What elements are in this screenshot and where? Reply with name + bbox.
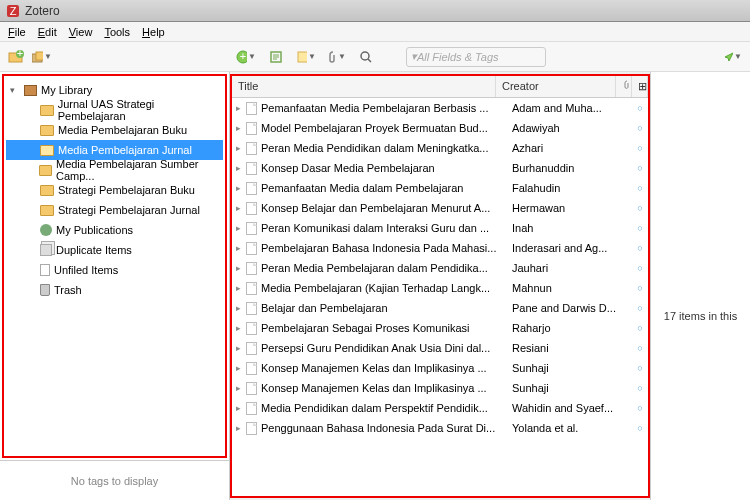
- menu-view[interactable]: View: [65, 24, 97, 40]
- add-attachment-button[interactable]: ▼: [326, 47, 346, 67]
- item-row[interactable]: ▸Pembelajaran Sebagai Proses KomunikasiR…: [232, 318, 648, 338]
- folder-icon: [39, 165, 52, 176]
- advanced-search-button[interactable]: [356, 47, 376, 67]
- menu-file[interactable]: File: [4, 24, 30, 40]
- item-row[interactable]: ▸Media Pendidikan dalam Perspektif Pendi…: [232, 398, 648, 418]
- item-title: Penggunaan Bahasa Indonesia Pada Surat D…: [261, 422, 512, 434]
- item-row[interactable]: ▸Media Pembelajaran (Kajian Terhadap Lan…: [232, 278, 648, 298]
- item-title: Media Pendidikan dalam Perspektif Pendid…: [261, 402, 512, 414]
- expand-icon[interactable]: ▸: [236, 343, 246, 353]
- expand-icon[interactable]: ▸: [236, 223, 246, 233]
- folder-icon: [40, 125, 54, 136]
- menu-edit[interactable]: Edit: [34, 24, 61, 40]
- library-icon: [24, 85, 37, 96]
- expand-icon[interactable]: ▸: [236, 143, 246, 153]
- document-icon: [246, 282, 257, 295]
- item-creator: Raharjo: [512, 322, 632, 334]
- new-group-button[interactable]: ▼: [32, 47, 52, 67]
- column-attachment[interactable]: [616, 76, 632, 97]
- attachment-indicator: ○: [632, 263, 648, 273]
- item-row[interactable]: ▸Konsep Dasar Media PembelajaranBurhanud…: [232, 158, 648, 178]
- search-placeholder: All Fields & Tags: [417, 51, 499, 63]
- attachment-indicator: ○: [632, 143, 648, 153]
- item-row[interactable]: ▸Penggunaan Bahasa Indonesia Pada Surat …: [232, 418, 648, 438]
- attachment-indicator: ○: [632, 423, 648, 433]
- expand-icon[interactable]: ▾: [10, 85, 20, 95]
- collection-folder[interactable]: Media Pembelajaran Buku: [6, 120, 223, 140]
- locate-button[interactable]: ▼: [722, 47, 742, 67]
- item-row[interactable]: ▸Peran Media Pendidikan dalam Meningkatk…: [232, 138, 648, 158]
- expand-icon[interactable]: ▸: [236, 183, 246, 193]
- item-row[interactable]: ▸Peran Media Pembelajaran dalam Pendidik…: [232, 258, 648, 278]
- item-row[interactable]: ▸Konsep Manajemen Kelas dan Implikasinya…: [232, 378, 648, 398]
- window-title: Zotero: [25, 4, 60, 18]
- document-icon: [246, 222, 257, 235]
- expand-icon[interactable]: ▸: [236, 263, 246, 273]
- folder-icon: [40, 145, 54, 156]
- expand-icon[interactable]: ▸: [236, 403, 246, 413]
- attachment-indicator: ○: [632, 103, 648, 113]
- attachment-indicator: ○: [632, 323, 648, 333]
- item-title: Pembelajaran Sebagai Proses Komunikasi: [261, 322, 512, 334]
- collection-folder[interactable]: Media Pembelajaran Sumber Camp...: [6, 160, 223, 180]
- item-title: Konsep Belajar dan Pembelajaran Menurut …: [261, 202, 512, 214]
- expand-icon[interactable]: ▸: [236, 243, 246, 253]
- folder-label: Strategi Pembelajaran Buku: [58, 184, 195, 196]
- item-creator: Mahnun: [512, 282, 632, 294]
- chevron-down-icon: ▼: [734, 52, 742, 61]
- expand-icon[interactable]: ▸: [236, 303, 246, 313]
- item-row[interactable]: ▸Pembelajaran Bahasa Indonesia Pada Maha…: [232, 238, 648, 258]
- item-count: 17 items in this: [664, 310, 737, 322]
- document-icon: [246, 362, 257, 375]
- item-row[interactable]: ▸Pemanfaatan Media dalam PembelajaranFal…: [232, 178, 648, 198]
- duplicate-items[interactable]: Duplicate Items: [6, 240, 223, 260]
- item-creator: Inah: [512, 222, 632, 234]
- new-item-button[interactable]: +▼: [236, 47, 256, 67]
- column-title[interactable]: Title: [232, 76, 496, 97]
- menu-tools[interactable]: Tools: [100, 24, 134, 40]
- expand-icon[interactable]: ▸: [236, 163, 246, 173]
- add-by-identifier-button[interactable]: [266, 47, 286, 67]
- item-row[interactable]: ▸Konsep Manajemen Kelas dan Implikasinya…: [232, 358, 648, 378]
- collection-folder[interactable]: Strategi Pembelajaran Jurnal: [6, 200, 223, 220]
- item-title: Peran Media Pembelajaran dalam Pendidika…: [261, 262, 512, 274]
- column-creator[interactable]: Creator: [496, 76, 616, 97]
- item-row[interactable]: ▸Persepsi Guru Pendidikan Anak Usia Dini…: [232, 338, 648, 358]
- item-row[interactable]: ▸Model Pembelajaran Proyek Bermuatan Bud…: [232, 118, 648, 138]
- expand-icon[interactable]: ▸: [236, 103, 246, 113]
- document-icon: [246, 122, 257, 135]
- search-input[interactable]: ▾ All Fields & Tags: [406, 47, 546, 67]
- item-row[interactable]: ▸Peran Komunikasi dalam Interaksi Guru d…: [232, 218, 648, 238]
- new-note-button[interactable]: ▼: [296, 47, 316, 67]
- item-row[interactable]: ▸Konsep Belajar dan Pembelajaran Menurut…: [232, 198, 648, 218]
- collection-folder[interactable]: Media Pembelajaran Jurnal: [6, 140, 223, 160]
- item-row[interactable]: ▸Belajar dan PembelajaranPane and Darwis…: [232, 298, 648, 318]
- item-row[interactable]: ▸Pemanfaatan Media Pembelajaran Berbasis…: [232, 98, 648, 118]
- unfiled-items[interactable]: Unfiled Items: [6, 260, 223, 280]
- sidebar: ▾ My Library Jurnal UAS Strategi Pembela…: [0, 72, 230, 500]
- tag-selector: No tags to display: [0, 460, 229, 500]
- my-publications[interactable]: My Publications: [6, 220, 223, 240]
- expand-icon[interactable]: ▸: [236, 323, 246, 333]
- document-icon: [246, 402, 257, 415]
- item-title: Model Pembelajaran Proyek Bermuatan Bud.…: [261, 122, 512, 134]
- chevron-down-icon: ▼: [308, 52, 316, 61]
- expand-icon[interactable]: ▸: [236, 203, 246, 213]
- expand-icon[interactable]: ▸: [236, 283, 246, 293]
- expand-icon[interactable]: ▸: [236, 363, 246, 373]
- collection-folder[interactable]: Jurnal UAS Strategi Pembelajaran: [6, 100, 223, 120]
- menu-help[interactable]: Help: [138, 24, 169, 40]
- library-root[interactable]: ▾ My Library: [6, 80, 223, 100]
- expand-icon[interactable]: ▸: [236, 383, 246, 393]
- attachment-indicator: ○: [632, 203, 648, 213]
- expand-icon[interactable]: ▸: [236, 423, 246, 433]
- chevron-down-icon: ▼: [248, 52, 256, 61]
- trash[interactable]: Trash: [6, 280, 223, 300]
- item-title: Konsep Manajemen Kelas dan Implikasinya …: [261, 362, 512, 374]
- collection-folder[interactable]: Strategi Pembelajaran Buku: [6, 180, 223, 200]
- collection-tree: ▾ My Library Jurnal UAS Strategi Pembela…: [2, 74, 227, 458]
- new-collection-button[interactable]: +: [6, 47, 26, 67]
- item-list: Title Creator ⊞ ▸Pemanfaatan Media Pembe…: [230, 74, 650, 498]
- column-extra[interactable]: ⊞: [632, 76, 648, 97]
- expand-icon[interactable]: ▸: [236, 123, 246, 133]
